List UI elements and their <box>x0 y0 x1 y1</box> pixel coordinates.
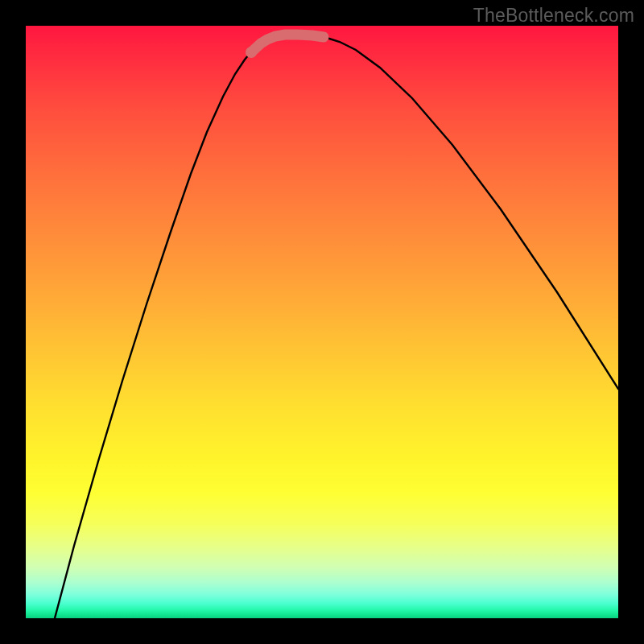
bottleneck-curve <box>55 35 618 618</box>
optimal-range-highlight <box>251 35 324 52</box>
chart-frame: TheBottleneck.com <box>0 0 644 644</box>
watermark-text: TheBottleneck.com <box>473 5 634 27</box>
plot-area <box>26 26 618 618</box>
optimal-range-start-dot <box>246 47 257 58</box>
chart-svg-layer <box>26 26 618 618</box>
